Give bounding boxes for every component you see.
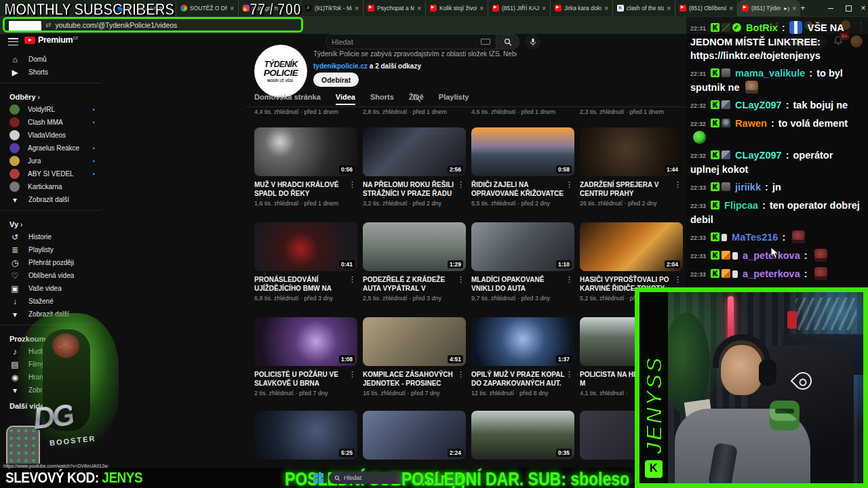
video-thumbnail[interactable]: 1:10 <box>471 222 574 271</box>
video-thumbnail[interactable]: 0:35 <box>471 411 574 460</box>
video-title[interactable]: POLICISTÉ U POŽÁRU VE SLAVKOVĚ U BRNA ZA… <box>254 370 348 388</box>
new-tab-button[interactable]: + <box>800 3 806 13</box>
more-options-icon[interactable]: ⋮ <box>674 180 682 189</box>
channel-tab[interactable]: Domovská stránka <box>254 93 321 104</box>
tab-close-icon[interactable]: × <box>479 5 484 12</box>
video-title[interactable]: PODEZŘELÉ Z KRÁDEŽE AUTA VYPÁTRAL V BOHU… <box>363 275 456 293</box>
sidebar-item[interactable]: ▣ Vaše videa <box>0 282 102 295</box>
sidebar-item[interactable]: ≣ Playlisty <box>0 243 102 256</box>
video-title[interactable]: KOMPILACE ZÁSAHOVÝCH JEDNOTEK - PROSINEC… <box>363 370 456 388</box>
youtube-search-bar[interactable] <box>326 34 496 49</box>
video-thumbnail[interactable]: 1:08 <box>254 317 357 366</box>
video-title[interactable]: ZADRŽENÍ SPREJERA V CENTRU PRAHY <box>580 180 673 198</box>
video-card[interactable]: 1:10 MLADÍCI OPAKOVANĚ VNIKLI DO AUTA PR… <box>471 222 580 302</box>
sidebar-subscription-item[interactable]: VladaVideos <box>0 129 102 142</box>
channel-avatar[interactable]: TÝDENÍK POLICIE MODŘÍ UŽ VĚDÍ. <box>254 45 307 98</box>
sidebar-item[interactable]: ▤ Filmy <box>0 358 102 371</box>
sidebar-subscription-item[interactable]: Clash MMA • <box>0 116 102 129</box>
video-card[interactable]: 2:56 NA PŘELOMU ROKU ŘEŠILI STRÁŽNÍCI V … <box>363 127 471 207</box>
video-card[interactable]: 2:24 <box>363 411 471 460</box>
address-bar[interactable]: ⇄ youtube.com/@TydenikPolicie1/videos <box>3 17 303 33</box>
more-options-icon[interactable]: ⋮ <box>674 275 682 284</box>
browser-tab[interactable]: (91)TikTok - Make Y ►) × <box>301 0 363 16</box>
video-thumbnail[interactable]: 2:04 <box>580 222 683 271</box>
video-thumbnail[interactable]: 2:56 <box>363 127 466 176</box>
sidebar-item[interactable]: ↺ Historie <box>0 230 102 243</box>
sidebar-subscription-item[interactable]: ABY SI VEDEL • <box>0 167 102 180</box>
tab-close-icon[interactable]: × <box>230 5 234 12</box>
more-options-icon[interactable]: ⋮ <box>349 180 356 189</box>
sidebar-item[interactable]: ▶ Shorts <box>0 66 102 79</box>
sidebar-item[interactable]: ↓ Stažené <box>0 295 102 308</box>
tab-close-icon[interactable]: × <box>792 5 796 12</box>
tab-close-icon[interactable]: × <box>542 5 546 12</box>
windows-start-button[interactable] <box>313 473 323 483</box>
url-text[interactable]: youtube.com/@TydenikPolicie1/videos <box>55 21 177 29</box>
sidebar-subscription-item[interactable]: Agraelus Reakce • <box>0 142 102 155</box>
tab-close-icon[interactable]: × <box>729 5 733 12</box>
video-card[interactable]: 1:29 PODEZŘELÉ Z KRÁDEŽE AUTA VYPÁTRAL V… <box>363 222 471 302</box>
video-thumbnail[interactable]: 5:25 <box>254 411 357 460</box>
channel-tab[interactable]: Videa <box>336 93 355 104</box>
video-title[interactable]: MUŽ V HRADCI KRÁLOVÉ SPADL DO ŘEKY <box>254 180 348 198</box>
more-options-icon[interactable]: ⋮ <box>566 180 573 189</box>
tab-close-icon[interactable]: × <box>667 5 671 12</box>
video-card[interactable]: 0:41 PRONÁSLEDOVÁNÍ UJÍŽDĚJÍCÍHO BMW NA … <box>254 222 363 302</box>
more-options-icon[interactable]: ⋮ <box>457 180 465 189</box>
channel-search-icon[interactable] <box>412 94 421 102</box>
video-title[interactable]: NA PŘELOMU ROKU ŘEŠILI STRÁŽNÍCI V PRAZE… <box>363 180 456 198</box>
browser-tab[interactable]: (851) Oblíbená vide ►) × <box>675 0 738 16</box>
tab-close-icon[interactable]: × <box>417 5 421 12</box>
sidebar-item[interactable]: ◷ Přehrát později <box>0 256 102 269</box>
window-close-button[interactable]: × <box>857 2 868 14</box>
video-card[interactable]: 4:51 KOMPILACE ZÁSAHOVÝCH JEDNOTEK - PRO… <box>363 317 471 396</box>
keyboard-icon[interactable] <box>481 39 490 45</box>
sidebar-item[interactable]: ◉ Hraní <box>0 371 102 384</box>
video-card[interactable]: 0:35 <box>471 411 580 460</box>
sidebar-item[interactable]: ▾ Zobra <box>0 384 102 396</box>
video-thumbnail[interactable]: 0:56 <box>254 127 357 176</box>
sidebar-show-more[interactable]: ▾ Zobrazit další <box>0 193 102 206</box>
video-thumbnail[interactable]: 1:37 <box>471 317 574 366</box>
taskbar-search[interactable]: Hledat <box>329 472 409 484</box>
window-minimize-button[interactable] <box>825 2 837 14</box>
video-title[interactable]: PRONÁSLEDOVÁNÍ UJÍŽDĚJÍCÍHO BMW NA OLOMO… <box>254 275 348 293</box>
window-maximize-button[interactable] <box>842 2 854 14</box>
browser-tab[interactable]: Kolik stojí život v P ►) × <box>426 0 488 16</box>
video-thumbnail[interactable]: 1:29 <box>363 222 466 271</box>
more-options-icon[interactable]: ⋮ <box>349 275 356 284</box>
you-header[interactable]: Vy › <box>0 215 102 230</box>
video-thumbnail[interactable]: 0:41 <box>254 222 357 271</box>
video-title[interactable]: OPILÝ MUŽ V PRAZE KOPAL DO ZAPARKOVANÝCH… <box>471 370 565 388</box>
video-title[interactable]: MLADÍCI OPAKOVANĚ VNIKLI DO AUTA PRAŽSKÉ… <box>471 275 565 293</box>
more-options-icon[interactable]: ⋮ <box>566 370 573 379</box>
video-card[interactable]: 1:44 ZADRŽENÍ SPREJERA V CENTRU PRAHY ⋮ … <box>580 127 688 207</box>
browser-tab[interactable]: clash of the stars - S ►) × <box>613 0 675 16</box>
video-thumbnail[interactable]: 1:44 <box>580 127 683 176</box>
youtube-premium-logo[interactable]: PremiumCZ <box>38 35 78 45</box>
video-card[interactable]: 5:25 <box>254 411 363 460</box>
video-card[interactable]: 0:58 ŘIDIČI ZAJELI NA OPRAVOVANÉ KŘIŽOVA… <box>471 127 580 207</box>
sidebar-subscription-item[interactable]: Kartickarna <box>0 180 102 193</box>
browser-tab[interactable]: Jirka kara dokument ►) × <box>551 0 613 16</box>
more-options-icon[interactable]: ⋮ <box>566 275 573 284</box>
browser-tab[interactable]: (851) JIŘÍ KAJÍNEK ►) × <box>488 0 551 16</box>
more-options-icon[interactable]: ⋮ <box>457 370 465 379</box>
sidebar-item[interactable]: ▾ Zobrazit další <box>0 308 102 321</box>
browser-tab[interactable]: (851) Týdeník P ►) × <box>738 0 800 16</box>
channel-description[interactable]: Týdeník Policie se zabývá zpravodajstvím… <box>313 50 517 58</box>
video-card[interactable]: 0:56 MUŽ V HRADCI KRÁLOVÉ SPADL DO ŘEKY … <box>254 127 363 207</box>
tab-close-icon[interactable]: × <box>604 5 608 12</box>
channel-tab[interactable]: Playlisty <box>439 93 469 104</box>
search-input[interactable] <box>332 38 454 46</box>
more-options-icon[interactable]: ⋮ <box>457 275 465 284</box>
menu-icon[interactable] <box>8 38 18 45</box>
video-title[interactable]: ŘIDIČI ZAJELI NA OPRAVOVANÉ KŘIŽOVATCE D… <box>471 180 565 198</box>
voice-search-button[interactable] <box>525 34 540 49</box>
search-button[interactable] <box>496 34 519 49</box>
channel-tab[interactable]: Shorts <box>370 93 394 104</box>
video-thumbnail[interactable]: 4:51 <box>363 317 466 366</box>
video-card[interactable]: 1:08 POLICISTÉ U POŽÁRU VE SLAVKOVĚ U BR… <box>254 317 363 396</box>
youtube-logo-icon[interactable] <box>24 37 35 44</box>
sidebar-subscription-item[interactable]: Jura • <box>0 155 102 167</box>
